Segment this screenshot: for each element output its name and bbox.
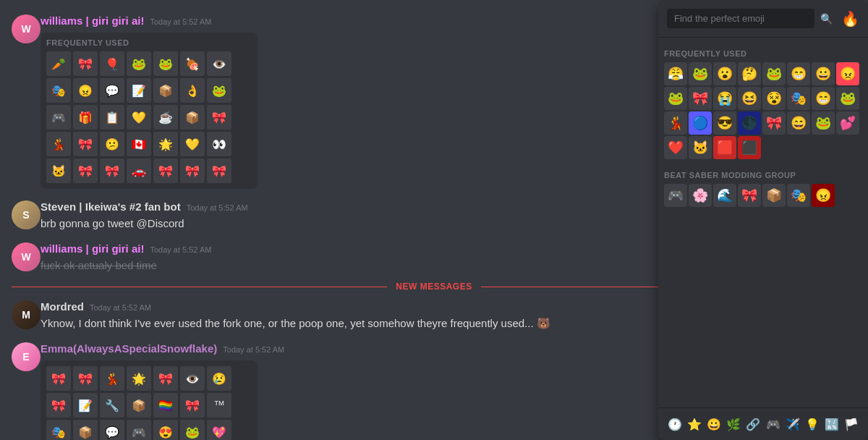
emoji-item[interactable]: ⬛ [738,136,761,159]
emoji-item[interactable]: 🐸 [762,62,786,85]
sticker-item[interactable]: 🔧 [100,393,124,418]
activity-icon[interactable]: 🎮 [765,414,780,434]
emoji-item[interactable]: 😀 [812,62,835,85]
sticker-item[interactable]: 🌟 [127,366,151,391]
sticker-item[interactable]: 💛 [127,105,151,130]
flags-icon[interactable]: 🏳️ [844,414,859,434]
sticker-item[interactable]: 🐸 [153,51,178,76]
sticker-item[interactable]: 📦 [153,78,178,103]
sticker-item[interactable]: 🇨🇦 [127,132,151,156]
sticker-item[interactable]: 📦 [180,105,205,130]
sticker-item[interactable]: 👁️ [180,366,205,391]
emoji-item[interactable]: 😠 [836,62,859,85]
emoji-item[interactable]: 🎀 [738,184,761,207]
sticker-item[interactable]: 😕 [100,132,124,156]
emoji-item[interactable]: 🔵 [689,111,712,135]
sticker-item[interactable]: 😠 [73,78,98,103]
emoji-item[interactable]: 🎭 [787,184,810,207]
recent-icon[interactable]: 🕐 [667,414,682,434]
sticker-item[interactable]: 💬 [100,420,124,440]
sticker-item[interactable]: 🚗 [127,158,151,183]
sticker-item[interactable]: 🎀 [73,158,98,183]
sticker-item[interactable]: 🐱 [46,158,71,183]
sticker-item[interactable]: 🎮 [127,420,151,440]
sticker-item[interactable]: 📦 [127,393,151,418]
sticker-item[interactable]: 💛 [180,132,205,156]
sticker-item[interactable]: 🎀 [100,158,124,183]
sticker-item[interactable]: 🎀 [46,393,71,418]
username[interactable]: Emma(AlwaysASpecialSnowflake) [41,342,217,355]
sticker-item[interactable]: 🎀 [73,366,98,391]
emoji-item[interactable]: 😤 [664,62,687,85]
emoji-item[interactable]: 😁 [812,87,835,110]
username[interactable]: williams | giri giri ai! [41,14,144,27]
emoji-item[interactable]: 😮 [713,62,736,85]
sticker-item[interactable]: 💃 [100,366,124,391]
sticker-item[interactable]: 🐸 [180,420,205,440]
star-icon[interactable]: ⭐ [686,414,702,434]
emoji-item[interactable]: 🌸 [689,184,712,207]
sticker-item[interactable]: 👁️ [207,51,231,76]
emoji-item[interactable]: 🌊 [713,184,736,207]
emoji-item[interactable]: 😭 [713,87,736,110]
sticker-item[interactable]: 🎀 [153,366,178,391]
emoji-item[interactable]: 😄 [787,111,810,135]
emoji-item[interactable]: 📦 [762,184,786,207]
sticker-item[interactable]: 🏳️‍🌈 [153,393,178,418]
emoji-item[interactable]: 🐸 [664,87,687,110]
sticker-item[interactable]: 📦 [73,420,98,440]
emoji-item[interactable]: 😎 [713,111,736,135]
emoji-item[interactable]: 😠 [812,184,835,207]
emoji-item[interactable]: ❤️ [664,136,687,159]
sticker-item[interactable]: 🎀 [73,132,98,156]
sticker-item[interactable]: 👌 [180,78,205,103]
sticker-item[interactable]: 🎮 [46,105,71,130]
sticker-item[interactable]: 🎭 [46,420,71,440]
sticker-item[interactable]: 🎭 [46,78,71,103]
sticker-item[interactable]: 💬 [100,78,124,103]
sticker-item[interactable]: 👀 [207,132,231,156]
sticker-item[interactable]: 🎁 [73,105,98,130]
sticker-item[interactable]: 😢 [207,366,231,391]
emoji-item[interactable]: 🎀 [762,111,786,135]
emoji-item[interactable]: 🐸 [812,111,835,135]
sticker-item[interactable]: 🎀 [46,366,71,391]
emoji-item[interactable]: 🎮 [664,184,687,207]
emoji-item[interactable]: 😵 [762,87,786,110]
smiley-icon[interactable]: 😀 [706,414,721,434]
sticker-item[interactable]: 🎀 [207,105,231,130]
link-icon[interactable]: 🔗 [746,414,761,434]
username[interactable]: Mordred [41,300,84,313]
emoji-item[interactable]: 🌑 [738,111,761,135]
sticker-item[interactable]: 📝 [73,393,98,418]
sticker-item[interactable]: 💃 [46,132,71,156]
sticker-item[interactable]: 🐸 [127,51,151,76]
sticker-item[interactable]: 📝 [127,78,151,103]
username[interactable]: Steven | Ikeiwa's #2 fan bot [41,200,181,213]
sticker-item[interactable]: 🐸 [207,78,231,103]
emoji-item[interactable]: 🎭 [787,87,810,110]
emoji-item[interactable]: 🟥 [713,136,736,159]
travel-icon[interactable]: ✈️ [785,414,800,434]
sticker-item[interactable]: 🍖 [180,51,205,76]
sticker-item[interactable]: 🎀 [180,393,205,418]
emoji-item[interactable]: 🤔 [738,62,761,85]
sticker-item[interactable]: 😍 [153,420,178,440]
emoji-item[interactable]: 💃 [664,111,687,135]
sticker-item[interactable]: 🎀 [207,158,231,183]
emoji-item[interactable]: 🎀 [689,87,712,110]
objects-icon[interactable]: 💡 [804,414,820,434]
sticker-item[interactable]: ☕ [153,105,178,130]
sticker-item[interactable]: 🎀 [73,51,98,76]
sticker-item[interactable]: ™️ [207,393,231,418]
emoji-item[interactable]: 😆 [738,87,761,110]
search-icon[interactable]: 🔍 [820,13,833,25]
sticker-item[interactable]: 🥕 [46,51,71,76]
emoji-item[interactable]: 🐸 [689,62,712,85]
emoji-body[interactable]: FREQUENTLY USED 😤 🐸 😮 🤔 🐸 😁 😀 😠 🐸 🎀 😭 😆 … [658,38,868,407]
emoji-item[interactable]: 💕 [836,111,859,135]
sticker-item[interactable]: 💖 [207,420,231,440]
emoji-item[interactable]: 🐸 [836,87,859,110]
symbols-icon[interactable]: 🔣 [825,414,840,434]
sticker-item[interactable]: 🌟 [153,132,178,156]
